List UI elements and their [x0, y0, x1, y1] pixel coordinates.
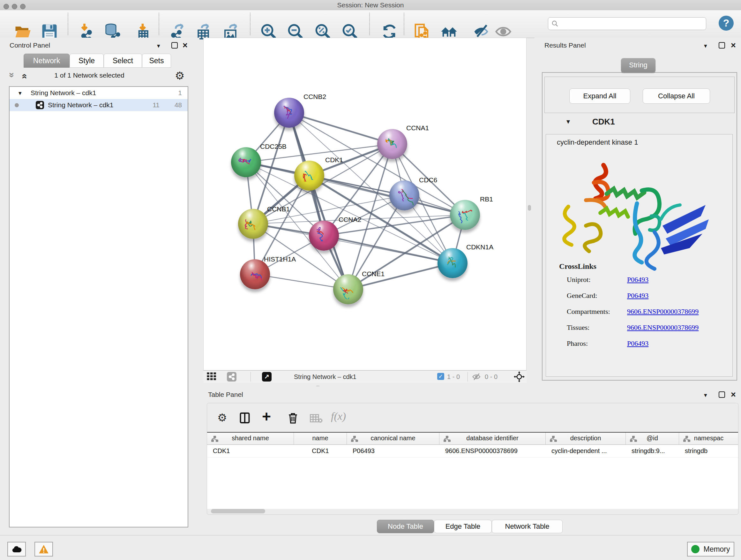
node-ccna2[interactable]: [309, 221, 339, 251]
crosslink-link[interactable]: P06493: [627, 292, 649, 300]
network-status-dot: [15, 103, 19, 107]
network-view-icon[interactable]: [227, 372, 237, 381]
warning-button[interactable]: [35, 542, 53, 557]
crosslink-label: Uniprot:: [567, 275, 591, 284]
table-cell: CDK1: [294, 445, 347, 457]
horizontal-scrollbar[interactable]: [211, 509, 265, 513]
panel-menu-icon[interactable]: ▾: [157, 42, 160, 50]
column-header--id[interactable]: @id: [626, 433, 679, 444]
node-hist1h1a[interactable]: [240, 259, 270, 289]
crosslink-link[interactable]: 9606.ENSP00000378699: [627, 323, 698, 332]
table-panel: Table Panel ▾ × ⚙ + f(x) shared namename…: [199, 386, 741, 535]
grid-view-icon[interactable]: [206, 372, 218, 381]
node-ccne1[interactable]: [333, 274, 363, 304]
collection-count: 1: [178, 89, 182, 97]
protein-thumbnail: [280, 104, 299, 123]
network-row-selected[interactable]: String Network – cdk1 11 48: [10, 99, 188, 111]
network-nodes-layer: CCNB2CCNA1CDC25BCDK1CDC6RB1CCNB1CCNA2CDK…: [204, 38, 527, 371]
tab-network-table[interactable]: Network Table: [492, 520, 562, 533]
main-toolbar: ?: [0, 10, 741, 38]
node-ccnb1[interactable]: [238, 209, 268, 239]
search-box[interactable]: [548, 17, 706, 30]
network-type-icon: [36, 101, 44, 109]
show-columns-icon[interactable]: [239, 412, 251, 424]
node-label: CCNA1: [406, 124, 429, 132]
crosslink-label: GeneCard:: [567, 292, 597, 300]
table-options-gear-icon[interactable]: ⚙: [217, 412, 227, 423]
crosslink-link[interactable]: 9606.ENSP00000378699: [627, 307, 698, 316]
protein-thumbnail: [443, 254, 462, 273]
float-panel-icon[interactable]: [172, 42, 178, 49]
cloud-button[interactable]: [7, 542, 26, 557]
crosslink-row: GeneCard:P06493: [546, 292, 733, 307]
toolbar-separator: [468, 372, 468, 381]
table-row[interactable]: CDK1CDK1P064939606.ENSP00000378699cyclin…: [207, 445, 738, 457]
collapse-all-button[interactable]: Collapse All: [643, 88, 710, 104]
status-bar: Memory: [0, 535, 741, 560]
float-panel-icon[interactable]: [719, 391, 725, 398]
network-canvas[interactable]: CCNB2CCNA1CDC25BCDK1CDC6RB1CCNB1CCNA2CDK…: [203, 38, 527, 370]
delete-table-icon-disabled: [310, 414, 323, 423]
delete-column-icon[interactable]: [287, 412, 299, 424]
birds-eye-view-icon[interactable]: ↗: [262, 372, 272, 381]
protein-thumbnail: [455, 206, 475, 225]
panel-menu-icon[interactable]: ▾: [704, 391, 707, 399]
help-button[interactable]: ?: [719, 16, 734, 30]
close-panel-icon[interactable]: ×: [731, 392, 736, 397]
column-label: name: [294, 435, 347, 442]
title-bar: Session: New Session: [0, 0, 741, 10]
column-header-canonical-name[interactable]: canonical name: [347, 433, 440, 444]
crosslink-link[interactable]: P06493: [627, 275, 649, 284]
memory-label: Memory: [703, 545, 730, 554]
node-ccna1[interactable]: [377, 129, 407, 159]
protein-thumbnail: [244, 215, 263, 234]
expand-all-button[interactable]: Expand All: [569, 88, 630, 104]
network-name: String Network – cdk1: [48, 101, 113, 109]
node-label: RB1: [480, 195, 493, 203]
tab-select[interactable]: Select: [104, 54, 142, 68]
node-cdc25b[interactable]: [231, 147, 261, 177]
tab-sets[interactable]: Sets: [142, 54, 171, 68]
warning-icon: [39, 544, 49, 554]
node-cdc6[interactable]: [389, 180, 419, 210]
memory-button[interactable]: Memory: [687, 542, 734, 557]
node-cdkn1a[interactable]: [437, 248, 468, 278]
column-header-name[interactable]: name: [294, 433, 347, 444]
protein-structure-image: [556, 152, 722, 277]
string-results-box: Expand All Collapse All ▾ CDK1 cyclin-de…: [542, 72, 737, 381]
table-panel-title: Table Panel: [208, 391, 243, 398]
crosslink-link[interactable]: P06493: [627, 339, 649, 348]
column-header-namespac[interactable]: namespac: [679, 433, 738, 444]
search-input[interactable]: [558, 20, 694, 28]
node-ccnb2[interactable]: [274, 98, 304, 128]
tab-style[interactable]: Style: [70, 54, 104, 68]
node-label: CDKN1A: [466, 243, 493, 251]
tree-expander-icon[interactable]: ▾: [18, 89, 22, 97]
tab-string[interactable]: String: [621, 58, 656, 73]
tab-network[interactable]: Network: [23, 54, 70, 68]
network-collection-row[interactable]: ▾ String Network – cdk1 1: [10, 87, 188, 99]
panel-menu-icon[interactable]: ▾: [704, 42, 707, 50]
results-actions-box: Expand All Collapse All: [544, 77, 735, 113]
column-header-description[interactable]: description: [546, 433, 626, 444]
network-options-gear-icon[interactable]: ⚙: [175, 70, 185, 81]
pan-crosshair-icon[interactable]: [514, 371, 525, 382]
selected-checkbox[interactable]: ✓: [437, 373, 444, 380]
add-column-icon[interactable]: +: [262, 408, 271, 425]
section-expander-icon[interactable]: ▾: [566, 118, 570, 126]
splitter-handle[interactable]: [528, 205, 531, 211]
node-label: CDC6: [419, 176, 437, 184]
hidden-count: 0 - 0: [485, 373, 497, 381]
column-header-database-identifier[interactable]: database identifier: [440, 433, 546, 444]
column-header-shared-name[interactable]: shared name: [207, 433, 294, 444]
tab-node-table[interactable]: Node Table: [377, 520, 434, 533]
close-panel-icon[interactable]: ×: [731, 43, 736, 48]
close-panel-icon[interactable]: ×: [183, 43, 188, 48]
crosslink-label: Compartments:: [567, 307, 610, 316]
tab-edge-table[interactable]: Edge Table: [434, 520, 492, 533]
node-cdk1[interactable]: [294, 161, 324, 191]
float-panel-icon[interactable]: [719, 42, 725, 49]
node-rb1[interactable]: [450, 200, 480, 230]
network-view-toolbar: ↗ String Network – cdk1 ✓ 1 - 0 0 - 0: [203, 370, 527, 383]
table-cell: stringdb:9...: [626, 445, 679, 457]
